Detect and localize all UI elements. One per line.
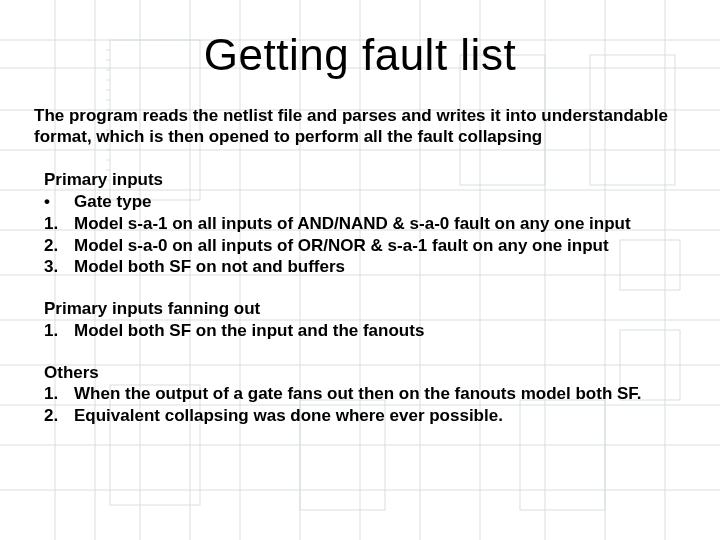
list-text: Model s-a-1 on all inputs of AND/NAND & … [74, 213, 631, 235]
bullet-marker: • [44, 191, 74, 213]
number-marker: 1. [44, 213, 74, 235]
section-heading: Primary inputs [44, 169, 686, 191]
section-heading: Primary inputs fanning out [44, 298, 686, 320]
list-item: 1. Model s-a-1 on all inputs of AND/NAND… [44, 213, 686, 235]
section-others: Others 1. When the output of a gate fans… [34, 362, 686, 427]
list-text: Model s-a-0 on all inputs of OR/NOR & s-… [74, 235, 609, 257]
number-marker: 2. [44, 405, 74, 427]
number-marker: 3. [44, 256, 74, 278]
section-primary-inputs-fanning-out: Primary inputs fanning out 1. Model both… [34, 298, 686, 342]
list-text: Equivalent collapsing was done where eve… [74, 405, 503, 427]
number-marker: 1. [44, 383, 74, 405]
section-primary-inputs: Primary inputs • Gate type 1. Model s-a-… [34, 169, 686, 278]
intro-paragraph: The program reads the netlist file and p… [34, 106, 686, 147]
section-heading: Others [44, 362, 686, 384]
list-text: Model both SF on not and buffers [74, 256, 345, 278]
list-text: Model both SF on the input and the fanou… [74, 320, 424, 342]
slide-title: Getting fault list [34, 30, 686, 80]
list-item: 1. When the output of a gate fans out th… [44, 383, 686, 405]
list-text: Gate type [74, 191, 151, 213]
list-item: • Gate type [44, 191, 686, 213]
list-text: When the output of a gate fans out then … [74, 383, 642, 405]
list-item: 1. Model both SF on the input and the fa… [44, 320, 686, 342]
slide-content: Getting fault list The program reads the… [0, 0, 720, 427]
list-item: 2. Equivalent collapsing was done where … [44, 405, 686, 427]
slide: Getting fault list The program reads the… [0, 0, 720, 540]
list-item: 3. Model both SF on not and buffers [44, 256, 686, 278]
number-marker: 2. [44, 235, 74, 257]
list-item: 2. Model s-a-0 on all inputs of OR/NOR &… [44, 235, 686, 257]
number-marker: 1. [44, 320, 74, 342]
